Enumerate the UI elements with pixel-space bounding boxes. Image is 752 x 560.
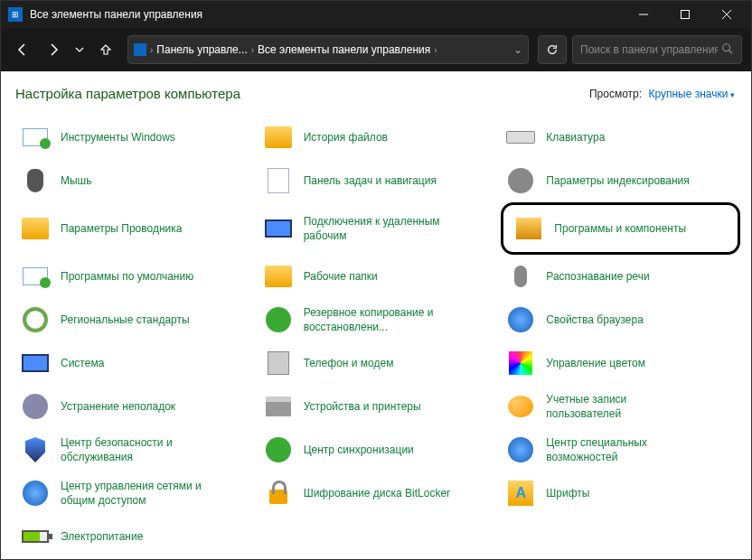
titlebar: ⊞ Все элементы панели управления <box>1 1 751 28</box>
indexing-icon <box>504 164 537 197</box>
item-remoteapp-connections[interactable]: Подключения к удаленным рабочим <box>258 202 498 255</box>
content-header: Настройка параметров компьютера Просмотр… <box>15 86 740 101</box>
breadcrumb[interactable]: › Панель управле... › Все элементы панел… <box>127 35 529 64</box>
sync-icon <box>262 434 295 466</box>
region-icon <box>19 303 52 336</box>
item-label: Распознавание речи <box>546 269 649 284</box>
view-by-selector[interactable]: Крупные значки <box>648 88 735 100</box>
search-icon <box>721 42 734 58</box>
system-icon <box>19 347 52 379</box>
item-windows-tools[interactable]: Инструменты Windows <box>15 116 255 159</box>
item-network-sharing[interactable]: Центр управления сетями и общим доступом <box>15 471 255 515</box>
item-label: Панель задач и навигация <box>304 173 437 188</box>
item-label: Свойства браузера <box>546 313 644 327</box>
item-label: Центр специальных возможностей <box>546 435 700 464</box>
breadcrumb-dropdown[interactable]: ⌄ <box>513 43 522 56</box>
item-label: Программы по умолчанию <box>61 269 193 284</box>
item-keyboard[interactable]: Клавиатура <box>501 116 740 159</box>
chevron-right-icon: › <box>251 45 254 55</box>
breadcrumb-crumb-0[interactable]: Панель управле... <box>156 43 247 56</box>
item-label: Региональные стандарты <box>61 313 190 327</box>
item-devices-printers[interactable]: Устройства и принтеры <box>258 385 498 428</box>
item-security-maintenance[interactable]: Центр безопасности и обслуживания <box>15 428 255 471</box>
work-folders-icon <box>262 260 295 293</box>
item-mouse[interactable]: Мышь <box>15 159 255 202</box>
bitlocker-icon <box>262 477 295 509</box>
item-label: Инструменты Windows <box>61 130 175 145</box>
search-input[interactable] <box>580 43 718 56</box>
item-label: Телефон и модем <box>304 356 394 370</box>
item-label: Система <box>61 356 104 370</box>
forward-button[interactable] <box>41 37 66 62</box>
maximize-button[interactable] <box>664 1 706 28</box>
item-backup-restore[interactable]: Резервное копирование и восстановлени... <box>258 298 498 341</box>
mouse-icon <box>19 164 52 197</box>
item-speech-recognition[interactable]: Распознавание речи <box>501 255 740 298</box>
taskbar-icon <box>262 164 295 197</box>
item-color-management[interactable]: Управление цветом <box>501 341 740 385</box>
item-default-programs[interactable]: Программы по умолчанию <box>15 255 255 298</box>
item-label: Шрифты <box>546 486 589 500</box>
item-label: Рабочие папки <box>304 269 378 284</box>
item-label: Учетные записи пользователей <box>546 392 700 421</box>
items-grid: Инструменты Windows История файлов Клави… <box>15 116 740 558</box>
item-label: Программы и компоненты <box>554 221 686 236</box>
item-label: Шифрование диска BitLocker <box>304 486 450 500</box>
item-label: Мышь <box>61 173 92 188</box>
item-label: Клавиатура <box>546 130 605 145</box>
item-label: Центр безопасности и обслуживания <box>61 435 214 464</box>
refresh-button[interactable] <box>538 35 567 64</box>
item-sync-center[interactable]: Центр синхронизации <box>258 428 498 471</box>
internet-options-icon <box>504 303 537 336</box>
backup-icon <box>262 303 295 336</box>
item-taskbar-navigation[interactable]: Панель задач и навигация <box>258 159 498 202</box>
item-label: Управление цветом <box>546 356 645 370</box>
close-button[interactable] <box>706 1 747 28</box>
keyboard-icon <box>504 121 537 154</box>
tools-icon <box>19 121 52 154</box>
item-label: Устройства и принтеры <box>304 399 421 414</box>
breadcrumb-crumb-1[interactable]: Все элементы панели управления <box>258 43 430 56</box>
microphone-icon <box>504 260 537 293</box>
chevron-right-icon: › <box>434 45 437 55</box>
item-work-folders[interactable]: Рабочие папки <box>258 255 498 298</box>
item-bitlocker[interactable]: Шифрование диска BitLocker <box>258 471 498 515</box>
file-history-icon <box>262 121 295 154</box>
app-icon: ⊞ <box>8 7 23 22</box>
item-region[interactable]: Региональные стандарты <box>15 298 255 341</box>
item-label: Центр управления сетями и общим доступом <box>61 479 214 508</box>
minimize-button[interactable] <box>623 1 664 28</box>
troubleshooting-icon <box>19 390 52 423</box>
search-box[interactable] <box>572 35 742 64</box>
user-accounts-icon <box>504 390 537 423</box>
item-label: Устранение неполадок <box>61 399 175 414</box>
security-flag-icon <box>19 434 52 466</box>
item-phone-modem[interactable]: Телефон и модем <box>258 341 498 385</box>
item-user-accounts[interactable]: Учетные записи пользователей <box>501 385 740 428</box>
item-fonts[interactable]: AШрифты <box>501 471 740 515</box>
item-power-options[interactable]: Электропитание <box>15 515 255 558</box>
item-file-history[interactable]: История файлов <box>258 116 498 159</box>
item-explorer-options[interactable]: Параметры Проводника <box>15 202 255 255</box>
remote-desktop-icon <box>262 212 295 245</box>
svg-point-1 <box>723 43 730 51</box>
item-programs-and-features[interactable]: Программы и компоненты <box>501 202 740 255</box>
programs-icon <box>512 212 545 245</box>
color-management-icon <box>504 347 537 379</box>
item-system[interactable]: Система <box>15 341 255 385</box>
item-troubleshooting[interactable]: Устранение неполадок <box>15 385 255 428</box>
item-internet-options[interactable]: Свойства браузера <box>501 298 740 341</box>
chevron-right-icon: › <box>150 45 153 55</box>
back-button[interactable] <box>10 37 35 62</box>
up-button[interactable] <box>93 37 118 62</box>
item-label: Подключения к удаленным рабочим <box>304 214 457 243</box>
item-label: История файлов <box>304 130 388 145</box>
recent-locations-button[interactable] <box>71 37 88 62</box>
item-ease-of-access[interactable]: Центр специальных возможностей <box>501 428 740 471</box>
fonts-icon: A <box>504 477 537 509</box>
navigation-bar: › Панель управле... › Все элементы панел… <box>1 28 751 71</box>
content-area: Настройка параметров компьютера Просмотр… <box>1 71 751 559</box>
item-label: Электропитание <box>61 529 143 544</box>
item-indexing-options[interactable]: Параметры индексирования <box>501 159 740 202</box>
phone-modem-icon <box>262 347 295 379</box>
